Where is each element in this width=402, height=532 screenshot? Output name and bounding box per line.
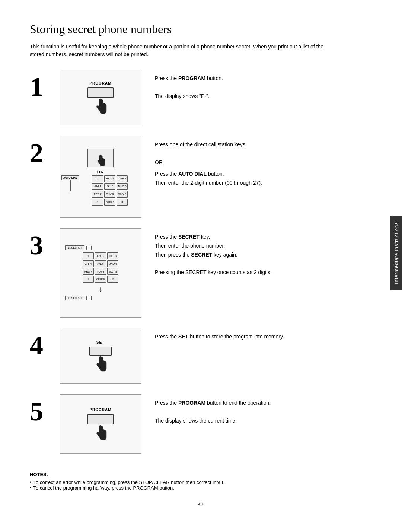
step-2-row: 2 OR AUTO DIAL	[30, 136, 372, 218]
step-3-instruction-2: Then enter the phone number.	[155, 243, 225, 249]
keypad-row-4: * OPER 0 #	[80, 199, 140, 206]
step-3-number: 3	[30, 232, 60, 259]
step-3-keypad: 1 ABC 2 DEF 3 GHI 4 JKL 5 MNO 6 PRS 7 TU…	[83, 252, 118, 283]
step-5-instruction-2: The display shows the current time.	[155, 418, 237, 424]
step-4-hand-icon	[93, 356, 108, 372]
step-2-hand-icon	[95, 154, 106, 167]
step-3-text: Press the SECRET key. Then enter the pho…	[155, 228, 372, 277]
step-2-number: 2	[30, 140, 60, 166]
step-4-bold-set: SET	[178, 334, 188, 340]
key-3: DEF 3	[117, 175, 128, 182]
step-2-or: OR	[155, 158, 372, 167]
intro-text: This function is useful for keeping a wh…	[30, 43, 335, 58]
key-star: *	[92, 199, 103, 206]
step-2-keypad: 1 ABC 2 DEF 3 GHI 4 JKL 5 MNO 6	[80, 175, 140, 206]
step-1-row: 1 PROGRAM Press the PROGRAM button. The …	[30, 70, 372, 125]
note-item-2: To cancel the programming halfway, press…	[30, 485, 372, 491]
step-1-number: 1	[30, 73, 60, 100]
key-2: ABC 2	[104, 175, 115, 182]
station-key-area	[61, 149, 140, 167]
s3-keypad-row-1: 1 ABC 2 DEF 3	[83, 252, 118, 259]
step-5-bold-program: PROGRAM	[178, 400, 205, 406]
keypad-rows: 1 ABC 2 DEF 3 GHI 4 JKL 5 MNO 6	[80, 175, 140, 206]
step-4-number: 4	[30, 332, 60, 359]
s3-key-7: PRS 7	[83, 268, 94, 275]
step-2-image: OR AUTO DIAL 1 ABC 2 DEF	[60, 136, 141, 218]
step-2-instruction-2: Press the AUTO DIAL button.	[155, 171, 224, 177]
secret-btn-top: 11 SECRET	[65, 245, 84, 250]
s3-keypad-row-4: * OPER 0 #	[83, 276, 118, 283]
key-hash: #	[117, 199, 128, 206]
step-4-set-inner: SET	[60, 333, 141, 379]
s3-key-9: WXY 9	[107, 268, 118, 275]
s3-keypad-row-3: PRS 7 TUV 8 WXY 9	[83, 268, 118, 275]
step-1-instruction-2: The display shows "P-".	[155, 93, 210, 99]
key-8: TUV 8	[104, 191, 115, 198]
step-5-image: PROGRAM	[60, 394, 141, 454]
step-1-instruction-1: Press the PROGRAM button.	[155, 75, 223, 81]
key-4: GHI 4	[92, 183, 103, 190]
s3-key-4: GHI 4	[83, 260, 94, 267]
side-tab-text: Intermediate instructions	[393, 222, 399, 284]
s3-key-8: TUV 8	[95, 268, 106, 275]
step-3-bold-secret2: SECRET	[191, 252, 212, 258]
page-number: 3-5	[30, 502, 372, 507]
s3-keypad-row-2: GHI 4 JKL 5 MNO 6	[83, 260, 118, 267]
s3-key-star: *	[83, 276, 94, 283]
step-5-row: 5 PROGRAM Press the PROGRAM button to en…	[30, 394, 372, 454]
step-3-row: 3 11 SECRET 1 ABC 2 DEF 3	[30, 228, 372, 318]
step-5-hand-icon	[93, 424, 108, 441]
notes-title: NOTES:	[30, 472, 372, 477]
step-1-hand-icon	[93, 98, 108, 114]
step-3-image: 11 SECRET 1 ABC 2 DEF 3 GHI 4 JKL 5	[60, 228, 141, 318]
keypad-row-1: 1 ABC 2 DEF 3	[80, 175, 140, 182]
s3-key-6: MNO 6	[107, 260, 118, 267]
step-1-bold-program: PROGRAM	[178, 75, 205, 81]
step-3-arrow-down: ↓	[61, 285, 140, 293]
secret-key-top: 11 SECRET	[61, 245, 140, 250]
step-3-inner: 11 SECRET 1 ABC 2 DEF 3 GHI 4 JKL 5	[60, 242, 141, 303]
step-4-image: SET	[60, 328, 141, 384]
s3-key-1: 1	[83, 252, 94, 259]
page-container: Storing secret phone numbers This functi…	[0, 0, 402, 530]
notes-section: NOTES: To correct an error while program…	[30, 472, 372, 491]
step-3-instruction-3: Then press the SECRET key again.	[155, 252, 237, 258]
step-1-btn-label: PROGRAM	[89, 81, 111, 85]
secret-box-bottom	[86, 296, 92, 300]
step-5-number: 5	[30, 398, 60, 425]
step-4-instruction-1: Press the SET button to store the progra…	[155, 334, 284, 340]
key-0: OPER 0	[104, 199, 115, 206]
s3-key-hash: #	[107, 276, 118, 283]
step-4-row: 4 SET Press the SET button to store the …	[30, 328, 372, 384]
step-4-set-btn	[89, 347, 112, 356]
notes-list: To correct an error while programming, p…	[30, 480, 372, 491]
step-5-btn-label: PROGRAM	[89, 408, 111, 412]
autodial-keypad-area: AUTO DIAL 1 ABC 2 DEF 3	[61, 175, 140, 206]
keypad-row-2: GHI 4 JKL 5 MNO 6	[80, 183, 140, 190]
step-5-text: Press the PROGRAM button to end the oper…	[155, 394, 372, 425]
step-2-or-label: OR	[97, 170, 104, 174]
key-1: 1	[92, 175, 103, 182]
autodial-btn-col: AUTO DIAL	[61, 175, 79, 191]
step-3-bold-secret: SECRET	[178, 234, 200, 240]
secret-key-bottom: 11 SECRET	[61, 296, 140, 300]
step-1-btn-illustration: PROGRAM	[60, 75, 141, 120]
secret-btn-bottom: 11 SECRET	[65, 296, 84, 300]
s3-key-5: JKL 5	[95, 260, 106, 267]
step-2-inner: OR AUTO DIAL 1 ABC 2 DEF	[60, 146, 141, 208]
keypad-row-3: PRS 7 TUV 8 WXY 9	[80, 191, 140, 198]
key-9: WXY 9	[117, 191, 128, 198]
station-key-box	[87, 149, 114, 167]
step-1-image: PROGRAM	[60, 70, 141, 125]
note-item-1: To correct an error while programming, p…	[30, 480, 372, 485]
s3-key-2: ABC 2	[95, 252, 106, 259]
key-7: PRS 7	[92, 191, 103, 198]
autodial-arrow	[70, 180, 71, 191]
step-5-btn-illustration: PROGRAM	[60, 402, 141, 447]
page-title: Storing secret phone numbers	[30, 22, 372, 36]
side-tab: Intermediate instructions	[390, 216, 402, 290]
key-6: MNO 6	[117, 183, 128, 190]
autodial-label: AUTO DIAL	[61, 175, 79, 180]
step-4-text: Press the SET button to store the progra…	[155, 328, 372, 341]
step-4-btn-label: SET	[96, 340, 105, 344]
